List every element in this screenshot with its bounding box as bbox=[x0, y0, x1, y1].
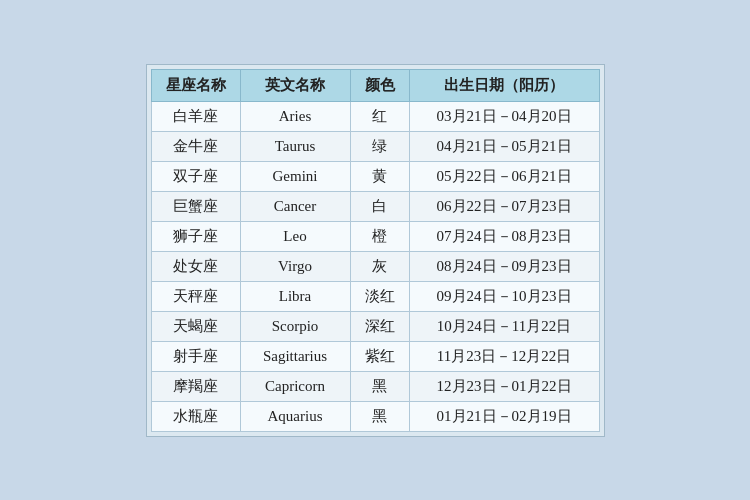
cell-english: Taurus bbox=[240, 131, 350, 161]
cell-date: 01月21日－02月19日 bbox=[409, 401, 599, 431]
cell-date: 10月24日－11月22日 bbox=[409, 311, 599, 341]
cell-color: 红 bbox=[350, 101, 409, 131]
cell-color: 橙 bbox=[350, 221, 409, 251]
table-row: 白羊座Aries红03月21日－04月20日 bbox=[151, 101, 599, 131]
cell-chinese: 射手座 bbox=[151, 341, 240, 371]
zodiac-table-container: 星座名称 英文名称 颜色 出生日期（阳历） 白羊座Aries红03月21日－04… bbox=[146, 64, 605, 437]
cell-date: 06月22日－07月23日 bbox=[409, 191, 599, 221]
cell-date: 11月23日－12月22日 bbox=[409, 341, 599, 371]
cell-english: Scorpio bbox=[240, 311, 350, 341]
table-row: 摩羯座Capricorn黑12月23日－01月22日 bbox=[151, 371, 599, 401]
cell-chinese: 双子座 bbox=[151, 161, 240, 191]
cell-english: Aries bbox=[240, 101, 350, 131]
table-row: 金牛座Taurus绿04月21日－05月21日 bbox=[151, 131, 599, 161]
table-row: 狮子座Leo橙07月24日－08月23日 bbox=[151, 221, 599, 251]
header-date: 出生日期（阳历） bbox=[409, 69, 599, 101]
cell-chinese: 白羊座 bbox=[151, 101, 240, 131]
cell-english: Gemini bbox=[240, 161, 350, 191]
table-row: 射手座Sagittarius紫红11月23日－12月22日 bbox=[151, 341, 599, 371]
cell-color: 灰 bbox=[350, 251, 409, 281]
cell-date: 07月24日－08月23日 bbox=[409, 221, 599, 251]
cell-english: Cancer bbox=[240, 191, 350, 221]
cell-color: 紫红 bbox=[350, 341, 409, 371]
table-row: 处女座Virgo灰08月24日－09月23日 bbox=[151, 251, 599, 281]
table-row: 巨蟹座Cancer白06月22日－07月23日 bbox=[151, 191, 599, 221]
cell-color: 黑 bbox=[350, 401, 409, 431]
header-color: 颜色 bbox=[350, 69, 409, 101]
table-row: 水瓶座Aquarius黑01月21日－02月19日 bbox=[151, 401, 599, 431]
cell-chinese: 天秤座 bbox=[151, 281, 240, 311]
cell-chinese: 天蝎座 bbox=[151, 311, 240, 341]
cell-color: 黑 bbox=[350, 371, 409, 401]
cell-date: 09月24日－10月23日 bbox=[409, 281, 599, 311]
cell-english: Leo bbox=[240, 221, 350, 251]
cell-date: 05月22日－06月21日 bbox=[409, 161, 599, 191]
table-row: 双子座Gemini黄05月22日－06月21日 bbox=[151, 161, 599, 191]
cell-chinese: 狮子座 bbox=[151, 221, 240, 251]
cell-english: Virgo bbox=[240, 251, 350, 281]
cell-color: 绿 bbox=[350, 131, 409, 161]
cell-chinese: 处女座 bbox=[151, 251, 240, 281]
cell-date: 04月21日－05月21日 bbox=[409, 131, 599, 161]
header-english: 英文名称 bbox=[240, 69, 350, 101]
table-header-row: 星座名称 英文名称 颜色 出生日期（阳历） bbox=[151, 69, 599, 101]
cell-chinese: 水瓶座 bbox=[151, 401, 240, 431]
cell-color: 淡红 bbox=[350, 281, 409, 311]
cell-color: 白 bbox=[350, 191, 409, 221]
cell-english: Aquarius bbox=[240, 401, 350, 431]
cell-date: 08月24日－09月23日 bbox=[409, 251, 599, 281]
table-row: 天蝎座Scorpio深红10月24日－11月22日 bbox=[151, 311, 599, 341]
cell-english: Sagittarius bbox=[240, 341, 350, 371]
table-row: 天秤座Libra淡红09月24日－10月23日 bbox=[151, 281, 599, 311]
cell-english: Capricorn bbox=[240, 371, 350, 401]
cell-chinese: 巨蟹座 bbox=[151, 191, 240, 221]
cell-date: 03月21日－04月20日 bbox=[409, 101, 599, 131]
cell-english: Libra bbox=[240, 281, 350, 311]
cell-chinese: 摩羯座 bbox=[151, 371, 240, 401]
cell-color: 深红 bbox=[350, 311, 409, 341]
cell-date: 12月23日－01月22日 bbox=[409, 371, 599, 401]
cell-chinese: 金牛座 bbox=[151, 131, 240, 161]
zodiac-table: 星座名称 英文名称 颜色 出生日期（阳历） 白羊座Aries红03月21日－04… bbox=[151, 69, 600, 432]
cell-color: 黄 bbox=[350, 161, 409, 191]
header-chinese: 星座名称 bbox=[151, 69, 240, 101]
